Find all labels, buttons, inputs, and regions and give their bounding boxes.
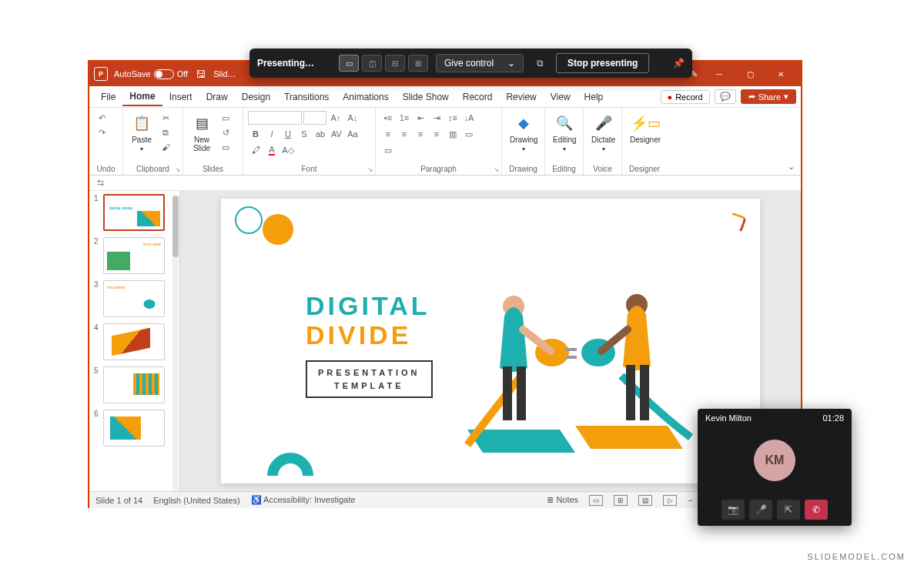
designer-button[interactable]: ⚡▭ Designer — [627, 111, 664, 146]
clipboard-launcher-icon[interactable]: ↘ — [175, 166, 181, 173]
indent-inc-button[interactable]: ⇥ — [429, 111, 444, 125]
slide-canvas[interactable]: DIGITAL DIVIDE PRESENTATION TEMPLATE — [221, 199, 760, 483]
thumbnail-6[interactable]: 6 — [89, 406, 179, 450]
sorter-view-button[interactable]: ⊞ — [614, 495, 628, 506]
font-family-dropdown[interactable] — [248, 111, 302, 125]
indent-dec-button[interactable]: ⇤ — [413, 111, 428, 125]
layout-option-3[interactable]: ⊟ — [385, 55, 405, 72]
camera-toggle-button[interactable]: 📷 — [721, 500, 745, 520]
tab-transitions[interactable]: Transitions — [277, 89, 336, 105]
normal-view-button[interactable]: ▭ — [589, 495, 603, 506]
editing-button[interactable]: 🔍 Editing▾ — [550, 111, 580, 154]
thumbnail-1[interactable]: 1 DIGITAL DIVIDE — [89, 191, 179, 234]
layout-button[interactable]: ▭ — [218, 111, 233, 125]
tab-review[interactable]: Review — [499, 89, 543, 105]
reading-view-button[interactable]: ▤ — [638, 495, 652, 506]
tab-animations[interactable]: Animations — [336, 89, 395, 105]
save-icon[interactable]: 🖫 — [196, 69, 206, 80]
tab-record[interactable]: Record — [456, 89, 500, 105]
share-toggle-button[interactable]: ⇱ — [777, 500, 800, 520]
record-button[interactable]: Record — [661, 90, 710, 104]
redo-button[interactable]: ↷ — [94, 125, 109, 139]
font-size-dropdown[interactable] — [303, 111, 326, 125]
customize-qat-icon[interactable]: ⇆ — [97, 178, 104, 188]
pin-icon[interactable]: 📌 — [673, 58, 685, 69]
tab-help[interactable]: Help — [578, 89, 611, 105]
strike-button[interactable]: S — [296, 127, 312, 141]
thumbnail-4[interactable]: 4 — [89, 320, 179, 363]
thumbnail-scrollbar[interactable] — [172, 191, 179, 491]
mic-toggle-button[interactable]: 🎤 — [749, 500, 772, 520]
align-right-button[interactable]: ≡ — [413, 127, 428, 141]
slideshow-view-button[interactable]: ▷ — [663, 495, 677, 506]
undo-button[interactable]: ↶ — [94, 111, 109, 125]
bullets-button[interactable]: •≡ — [380, 111, 396, 125]
spacing-button[interactable]: AV — [329, 127, 344, 141]
thumbnail-pane[interactable]: 1 DIGITAL DIVIDE 2 TITLE HERE 3 TITLE HE… — [89, 191, 180, 491]
slide-title-line1[interactable]: DIGITAL — [306, 291, 430, 321]
language-status[interactable]: English (United States) — [153, 496, 240, 505]
shadow-button[interactable]: ab — [313, 127, 328, 141]
teams-call-widget[interactable]: Kevin Milton 01:28 KM 📷 🎤 ⇱ ✆ — [698, 409, 852, 526]
thumbnail-2[interactable]: 2 TITLE HERE — [89, 234, 179, 277]
justify-button[interactable]: ≡ — [429, 127, 444, 141]
clear-format-button[interactable]: A◇ — [280, 143, 296, 157]
slide-counter[interactable]: Slide 1 of 14 — [95, 496, 142, 505]
accessibility-status[interactable]: ♿ Accessibility: Investigate — [251, 495, 356, 505]
zoom-out-button[interactable]: − — [688, 496, 692, 505]
paragraph-launcher-icon[interactable]: ↘ — [494, 166, 500, 173]
text-direction-button[interactable]: ↓A — [461, 111, 477, 125]
align-text-button[interactable]: ▭ — [461, 127, 477, 141]
slide-subtitle[interactable]: PRESENTATION TEMPLATE — [306, 360, 433, 398]
section-button[interactable]: ▭ — [218, 140, 233, 154]
autosave-toggle[interactable]: AutoSave Off — [114, 69, 188, 79]
paste-button[interactable]: 📋 Paste▾ — [128, 111, 156, 154]
font-color-button[interactable]: A — [264, 143, 280, 157]
tab-file[interactable]: File — [94, 89, 122, 105]
bold-button[interactable]: B — [248, 127, 263, 141]
stop-presenting-button[interactable]: Stop presenting — [556, 53, 649, 73]
collapse-ribbon-icon[interactable]: ⌄ — [788, 162, 795, 172]
underline-button[interactable]: U — [280, 127, 296, 141]
close-button[interactable]: ✕ — [765, 63, 796, 85]
tab-design[interactable]: Design — [235, 89, 277, 105]
change-case-button[interactable]: Aa — [345, 127, 360, 141]
tab-insert[interactable]: Insert — [162, 89, 199, 105]
hangup-button[interactable]: ✆ — [805, 500, 828, 520]
layout-option-2[interactable]: ◫ — [362, 55, 382, 72]
slide-title-line2[interactable]: DIVIDE — [306, 320, 411, 350]
reset-button[interactable]: ↺ — [218, 125, 233, 139]
layout-option-1[interactable]: ▭ — [339, 55, 359, 72]
tab-home[interactable]: Home — [122, 88, 162, 106]
drawing-button[interactable]: ◆ Drawing▾ — [507, 111, 541, 154]
line-spacing-button[interactable]: ↕≡ — [445, 111, 460, 125]
copy-button[interactable]: ⧉ — [158, 125, 173, 139]
highlight-button[interactable]: 🖍 — [248, 143, 263, 157]
font-launcher-icon[interactable]: ↘ — [367, 166, 373, 173]
columns-button[interactable]: ▥ — [445, 127, 460, 141]
thumbnail-5[interactable]: 5 — [89, 363, 179, 406]
align-left-button[interactable]: ≡ — [380, 127, 396, 141]
minimize-button[interactable]: ─ — [704, 63, 735, 85]
tab-view[interactable]: View — [544, 89, 578, 105]
new-slide-button[interactable]: ▤ New Slide — [188, 111, 216, 154]
format-painter-button[interactable]: 🖌 — [158, 140, 173, 154]
comments-button[interactable]: 💬 — [715, 89, 736, 104]
maximize-button[interactable]: ▢ — [735, 63, 765, 85]
decrease-font-button[interactable]: A↓ — [345, 111, 360, 125]
italic-button[interactable]: I — [264, 127, 280, 141]
popout-icon[interactable]: ⧉ — [531, 55, 548, 72]
thumbnail-3[interactable]: 3 TITLE HERE — [89, 277, 179, 320]
dictate-button[interactable]: 🎤 Dictate▾ — [588, 111, 618, 154]
layout-option-4[interactable]: ⊞ — [408, 55, 428, 72]
numbering-button[interactable]: 1≡ — [397, 111, 412, 125]
notes-button[interactable]: ≣ Notes — [547, 495, 578, 505]
give-control-dropdown[interactable]: Give control ⌄ — [436, 54, 524, 72]
convert-smartart-button[interactable]: ▭ — [380, 143, 396, 157]
tab-slide-show[interactable]: Slide Show — [396, 89, 456, 105]
increase-font-button[interactable]: A↑ — [328, 111, 343, 125]
tab-draw[interactable]: Draw — [199, 89, 235, 105]
cut-button[interactable]: ✂ — [158, 111, 173, 125]
align-center-button[interactable]: ≡ — [397, 127, 412, 141]
share-button[interactable]: ➦ Share ▾ — [741, 89, 796, 104]
